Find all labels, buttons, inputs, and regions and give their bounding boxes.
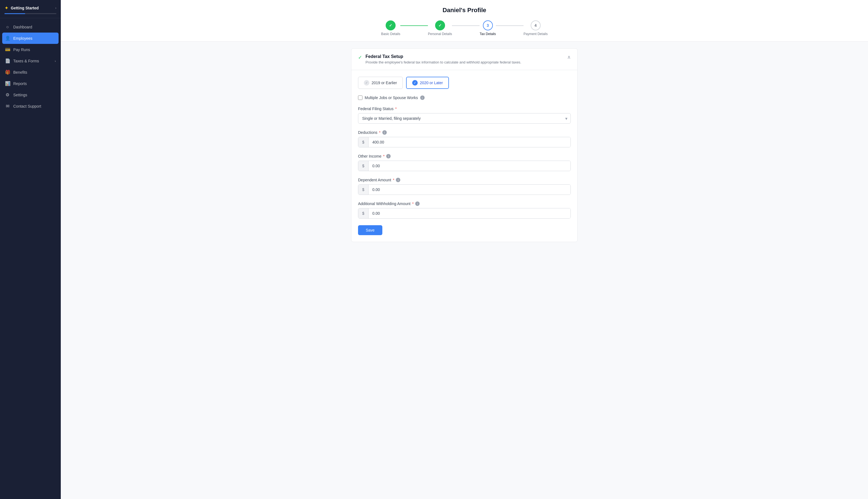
- filing-status-select-wrapper: Single or Married, filing separately Mar…: [358, 113, 571, 124]
- step-label-basic-details: Basic Details: [381, 32, 400, 36]
- main-content: Daniel's Profile ✓ Basic Details ✓ Perso…: [61, 0, 868, 499]
- dependent-amount-group: Dependent Amount * i $: [358, 178, 571, 195]
- steps-row: ✓ Basic Details ✓ Personal Details 3 Tax…: [72, 21, 857, 41]
- taxes-forms-icon: 📄: [5, 58, 10, 63]
- collapse-icon[interactable]: ∧: [567, 54, 571, 60]
- year-selector: ✓ 2019 or Earlier ✓ 2020 or Later: [358, 77, 571, 89]
- sidebar-item-label: Taxes & Forms: [13, 59, 39, 63]
- sidebar-item-benefits[interactable]: 🎁 Benefits: [0, 66, 61, 78]
- dependent-amount-label: Dependent Amount * i: [358, 178, 571, 182]
- year-label-2019: 2019 or Earlier: [371, 81, 397, 85]
- deductions-required-marker: *: [379, 130, 380, 135]
- step-circle-personal-details: ✓: [435, 21, 445, 31]
- additional-withholding-input[interactable]: [369, 208, 570, 218]
- step-connector-1: [400, 25, 428, 26]
- step-label-payment-details: Payment Details: [523, 32, 548, 36]
- card-header-left: ✓ Federal Tax Setup Provide the employee…: [358, 54, 521, 64]
- contact-support-icon: ✉: [5, 104, 10, 109]
- step-personal-details: ✓ Personal Details: [428, 21, 452, 36]
- additional-withholding-info-icon[interactable]: i: [415, 202, 420, 206]
- step-tax-details: 3 Tax Details: [479, 21, 496, 36]
- deductions-label: Deductions * i: [358, 130, 571, 135]
- dependent-amount-info-icon[interactable]: i: [396, 178, 400, 182]
- filing-status-group: Federal Filing Status * Single or Marrie…: [358, 107, 571, 124]
- year-label-2020: 2020 or Later: [420, 81, 443, 85]
- filing-status-required-marker: *: [395, 107, 396, 111]
- sidebar-item-label: Dashboard: [13, 25, 32, 29]
- card-check-icon: ✓: [358, 54, 362, 60]
- deductions-input[interactable]: [369, 137, 570, 147]
- other-income-input-wrapper: $: [358, 161, 571, 171]
- dependent-amount-required-marker: *: [393, 178, 394, 182]
- sidebar-item-settings[interactable]: ⚙ Settings: [0, 89, 61, 100]
- additional-withholding-group: Additional Withholding Amount * i $: [358, 202, 571, 219]
- sidebar-header: ✦ Getting Started ›: [0, 0, 61, 18]
- dependent-amount-input-wrapper: $: [358, 184, 571, 195]
- step-basic-details: ✓ Basic Details: [381, 21, 400, 36]
- sidebar: ✦ Getting Started › ○ Dashboard 👤 Employ…: [0, 0, 61, 499]
- card-header: ✓ Federal Tax Setup Provide the employee…: [352, 49, 578, 70]
- sidebar-item-dashboard[interactable]: ○ Dashboard: [0, 22, 61, 33]
- sidebar-item-label: Employees: [13, 36, 32, 40]
- deductions-info-icon[interactable]: i: [382, 130, 387, 135]
- brand-icon: ✦: [4, 5, 9, 11]
- save-button[interactable]: Save: [358, 225, 382, 235]
- benefits-icon: 🎁: [5, 70, 10, 75]
- other-income-required-marker: *: [383, 154, 384, 158]
- step-connector-3: [496, 25, 523, 26]
- dependent-amount-input[interactable]: [369, 185, 570, 195]
- step-label-personal-details: Personal Details: [428, 32, 452, 36]
- dashboard-icon: ○: [5, 25, 10, 29]
- card-body: ✓ 2019 or Earlier ✓ 2020 or Later Multip…: [352, 70, 578, 242]
- additional-withholding-prefix: $: [358, 208, 369, 218]
- other-income-input[interactable]: [369, 161, 570, 171]
- additional-withholding-input-wrapper: $: [358, 208, 571, 219]
- federal-tax-card: ✓ Federal Tax Setup Provide the employee…: [351, 48, 578, 242]
- sidebar-item-taxes-forms[interactable]: 📄 Taxes & Forms ›: [0, 55, 61, 66]
- year-check-2019-icon: ✓: [364, 80, 369, 86]
- taxes-forms-arrow-icon: ›: [55, 59, 56, 63]
- dependent-amount-prefix: $: [358, 185, 369, 195]
- deductions-input-wrapper: $: [358, 137, 571, 147]
- year-btn-2019[interactable]: ✓ 2019 or Earlier: [358, 77, 403, 89]
- sidebar-item-label: Benefits: [13, 70, 27, 74]
- sidebar-item-reports[interactable]: 📊 Reports: [0, 78, 61, 89]
- step-circle-payment-details: 4: [531, 21, 540, 31]
- multiple-jobs-info-icon[interactable]: i: [420, 96, 425, 100]
- step-label-tax-details: Tax Details: [479, 32, 496, 36]
- card-desc: Provide the employee's federal tax infor…: [366, 60, 521, 64]
- year-check-2020-icon: ✓: [412, 80, 418, 86]
- progress-bar-container: [4, 13, 56, 14]
- filing-status-select[interactable]: Single or Married, filing separately Mar…: [358, 113, 571, 124]
- profile-title: Daniel's Profile: [72, 7, 857, 14]
- settings-icon: ⚙: [5, 92, 10, 97]
- additional-withholding-label: Additional Withholding Amount * i: [358, 202, 571, 206]
- form-actions: Save: [358, 225, 571, 235]
- brand-arrow-icon: ›: [55, 6, 56, 10]
- multiple-jobs-label: Multiple Jobs or Spouse Works: [365, 96, 418, 100]
- brand-name: Getting Started: [11, 6, 39, 10]
- card-header-text: Federal Tax Setup Provide the employee's…: [366, 54, 521, 64]
- form-area: ✓ Federal Tax Setup Provide the employee…: [340, 42, 589, 249]
- progress-bar: [4, 13, 25, 14]
- other-income-info-icon[interactable]: i: [386, 154, 391, 158]
- year-btn-2020[interactable]: ✓ 2020 or Later: [406, 77, 449, 89]
- step-circle-basic-details: ✓: [386, 21, 396, 31]
- sidebar-item-contact-support[interactable]: ✉ Contact Support: [0, 100, 61, 112]
- deductions-group: Deductions * i $: [358, 130, 571, 147]
- sidebar-item-label: Reports: [13, 82, 27, 86]
- multiple-jobs-checkbox[interactable]: [358, 96, 362, 100]
- deductions-prefix: $: [358, 137, 369, 147]
- sidebar-brand[interactable]: ✦ Getting Started ›: [4, 5, 56, 11]
- sidebar-item-label: Pay Runs: [13, 48, 30, 52]
- card-title: Federal Tax Setup: [366, 54, 521, 59]
- filing-status-label: Federal Filing Status *: [358, 107, 571, 111]
- pay-runs-icon: 💳: [5, 47, 10, 52]
- additional-withholding-required-marker: *: [412, 202, 414, 206]
- sidebar-item-label: Settings: [13, 93, 27, 97]
- profile-header: Daniel's Profile ✓ Basic Details ✓ Perso…: [61, 0, 868, 42]
- sidebar-item-employees[interactable]: 👤 Employees: [2, 33, 59, 44]
- other-income-label: Other Income * i: [358, 154, 571, 158]
- sidebar-item-pay-runs[interactable]: 💳 Pay Runs: [0, 44, 61, 55]
- employees-icon: 👤: [5, 36, 10, 41]
